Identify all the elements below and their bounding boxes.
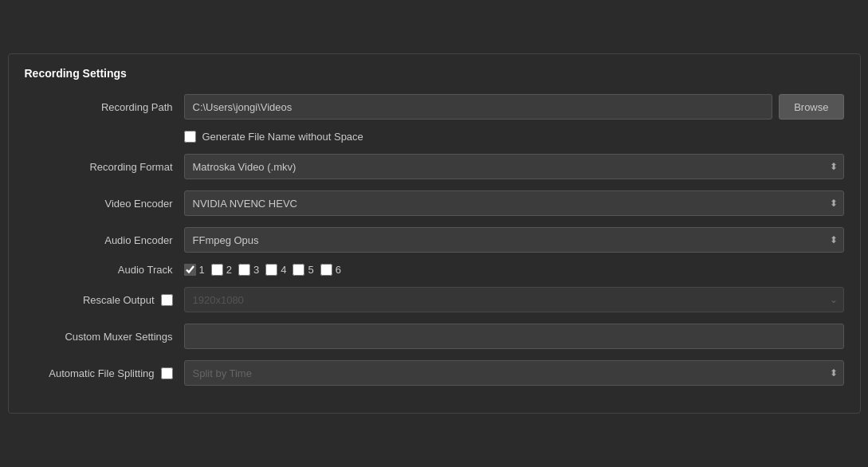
audio-track-6-label: 6 [336,264,341,276]
video-encoder-label: Video Encoder [25,198,184,210]
auto-file-splitting-checkbox[interactable] [161,367,173,379]
audio-tracks-group: 1 2 3 4 5 6 [184,264,341,276]
audio-track-2: 2 [211,264,232,276]
audio-encoder-wrapper: FFmpeg Opus FFmpeg AAC FLAC ⬍ [184,227,844,253]
audio-track-3: 3 [238,264,259,276]
custom-muxer-input[interactable] [184,324,844,349]
recording-settings-panel: Recording Settings Recording Path Browse… [8,53,861,414]
rescale-output-label: Rescale Output [83,294,155,306]
auto-file-splitting-select[interactable]: Split by Time Split by Size [184,360,844,386]
audio-track-2-label: 2 [226,264,232,276]
generate-filename-row: Generate File Name without Space [25,131,844,143]
audio-track-5-checkbox[interactable] [293,264,304,276]
video-encoder-row: Video Encoder NVIDIA NVENC HEVC NVIDIA N… [25,190,844,216]
audio-track-4-checkbox[interactable] [265,264,277,276]
video-encoder-wrapper: NVIDIA NVENC HEVC NVIDIA NVENC H.264 Sof… [184,190,844,216]
rescale-output-row: Rescale Output 1920x1080 1280x720 3840x2… [25,287,844,312]
auto-file-splitting-label: Automatic File Splitting [49,367,154,379]
generate-filename-label: Generate File Name without Space [202,131,363,143]
audio-track-6-checkbox[interactable] [320,264,332,276]
audio-encoder-row: Audio Encoder FFmpeg Opus FFmpeg AAC FLA… [25,227,844,253]
audio-track-5-label: 5 [308,264,313,276]
recording-path-label: Recording Path [25,101,184,113]
audio-encoder-label: Audio Encoder [25,234,184,246]
audio-track-3-checkbox[interactable] [238,264,250,276]
video-encoder-select[interactable]: NVIDIA NVENC HEVC NVIDIA NVENC H.264 Sof… [184,190,844,216]
audio-track-label: Audio Track [25,264,184,276]
rescale-output-wrapper: 1920x1080 1280x720 3840x2160 ⌄ [184,287,844,312]
audio-track-row: Audio Track 1 2 3 4 5 [25,264,844,276]
audio-track-1: 1 [184,264,205,276]
auto-splitting-label-group: Automatic File Splitting [25,367,184,379]
audio-track-1-label: 1 [199,264,205,276]
recording-path-input[interactable] [184,94,773,120]
audio-track-1-checkbox[interactable] [184,264,196,276]
recording-path-row: Recording Path Browse [25,94,844,120]
audio-track-4-label: 4 [281,264,286,276]
browse-button[interactable]: Browse [779,94,843,120]
panel-title: Recording Settings [25,67,844,80]
custom-muxer-row: Custom Muxer Settings [25,324,844,349]
rescale-label-group: Rescale Output [25,294,184,306]
audio-track-3-label: 3 [253,264,259,276]
generate-filename-checkbox[interactable] [184,131,196,143]
rescale-output-checkbox[interactable] [161,294,173,306]
audio-track-6: 6 [320,264,341,276]
audio-track-5: 5 [293,264,313,276]
recording-format-row: Recording Format Matroska Video (.mkv) M… [25,154,844,179]
recording-format-select[interactable]: Matroska Video (.mkv) MPEG-4 (.mp4) FLV … [184,154,844,179]
audio-track-2-checkbox[interactable] [211,264,223,276]
auto-splitting-wrapper: Split by Time Split by Size ⬍ [184,360,844,386]
auto-file-splitting-row: Automatic File Splitting Split by Time S… [25,360,844,386]
rescale-output-select[interactable]: 1920x1080 1280x720 3840x2160 [184,287,844,312]
recording-path-group: Browse [184,94,844,120]
recording-format-label: Recording Format [25,161,184,173]
audio-encoder-select[interactable]: FFmpeg Opus FFmpeg AAC FLAC [184,227,844,253]
custom-muxer-label: Custom Muxer Settings [25,331,184,343]
audio-track-4: 4 [265,264,286,276]
recording-format-wrapper: Matroska Video (.mkv) MPEG-4 (.mp4) FLV … [184,154,844,179]
